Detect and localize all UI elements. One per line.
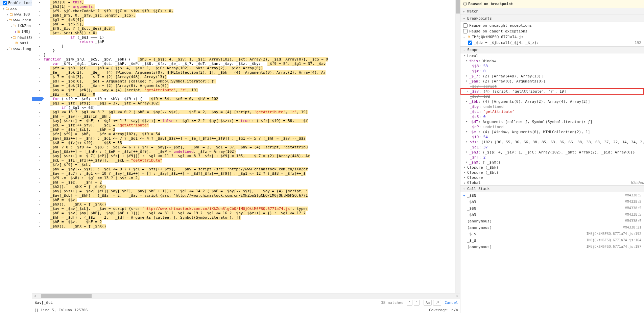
scroll-track[interactable]: [37, 294, 455, 298]
code-line[interactable]: _$_7 = _$bk[3], _$_7 = (2) [Array(448), …: [44, 75, 455, 79]
code-line[interactable]: _$ay[_$$z++] = _$hF) : _$g1 <= 1 ? _$ay[…: [44, 119, 455, 123]
scope-closure-bt[interactable]: ▸ Closure (_$bt): [460, 170, 644, 175]
tree-file-busi[interactable]: 🗎 busi: [0, 40, 32, 46]
code-line[interactable]: _$hF = _$ay[--_$$z]in _$hF,: [44, 114, 455, 119]
callstack-frame[interactable]: _$h3VM4338:5: [460, 199, 644, 205]
scope-variable[interactable]: _$eP: undefined: [460, 124, 644, 129]
code-line[interactable]: _$$z = 0; _$$z = 0: [44, 92, 455, 97]
search-input[interactable]: [34, 300, 378, 306]
breakpoint-entry[interactable]: _$dz = _$jb.call(_$j4, _$_z); 192: [463, 40, 641, 46]
scope-variable[interactable]: _$cL: "getAttribute": [460, 109, 644, 114]
scope-variable[interactable]: ▸this: Window: [460, 58, 644, 64]
code-line[interactable]: if (_$g1 <= 63): [44, 105, 455, 110]
code-line[interactable]: _$av[_$cL] = _$hF) : (_$$z -= 2, _$av = …: [44, 193, 455, 198]
callstack-frame[interactable]: (anonymous)IM0jQktM6FSQ.6771a74.js:197: [460, 244, 644, 250]
breakpoint-file-row[interactable]: ▾ 🗎 IM0jQktM6FSQ.6771a74.js: [463, 34, 641, 40]
code-line[interactable]: _$hF ? 0 : _$f9 += _$$8) : _$g1 <= 6 ? (…: [44, 145, 455, 149]
code-line[interactable]: _$av = _$av[_$cL], _$av = script {src: '…: [44, 207, 455, 211]
breakpoint-checkbox[interactable]: [468, 41, 472, 45]
scope-global[interactable]: ▸ Global Window: [460, 180, 644, 185]
pause-uncaught-row[interactable]: Pause on uncaught exceptions: [463, 23, 641, 28]
scope-closure-bk[interactable]: ▸ Closure (_$bk): [460, 165, 644, 170]
watch-section[interactable]: ▸ Watch: [460, 8, 644, 15]
code-line[interactable]: _$ay[_$$z++] = _$_7[_$eP][_$fz[++_$f9]])…: [44, 154, 455, 158]
code-line[interactable]: _$cL = _$fz[++_$f9], _$cL = "getAttribut…: [44, 123, 455, 127]
code-line[interactable]: _$h3[1] = arguments,: [44, 4, 455, 9]
scope-variable[interactable]: ▸_$bk: (4) [Arguments(0), Array(2), Arra…: [460, 99, 644, 104]
scope-variable[interactable]: ▸_$_7: (2) [Array(448), Array(13)]: [460, 74, 644, 79]
code-line[interactable]: var _$f9, _$g1, _$av, _$cL, _$hF, _$eP, …: [44, 62, 455, 66]
code-line[interactable]: _$hF = _$$z, _$hF = 2: [44, 220, 455, 224]
code-line[interactable]: _$$8 = _$fz[++_$f9], _$$8 = 53: [44, 141, 455, 145]
code-line[interactable]: _$av = _$ay[--_$$z]) : _$g1 <= 9 ? (_$cL…: [44, 167, 455, 171]
tree-folder-newsite[interactable]: ▾ 🗀 newsite: [0, 34, 32, 40]
scrollbar-thumb[interactable]: [41, 294, 91, 298]
scope-variable[interactable]: _$bV: 102: [460, 94, 644, 99]
tree-folder-ixkzon[interactable]: ▾ 🗀 iXkZon: [0, 23, 32, 29]
scope-variable[interactable]: ▸_$hX: ƒ _$hX(): [460, 160, 644, 165]
enable-local-checkbox[interactable]: [3, 1, 7, 5]
code-line[interactable]: _$cL = _$fI[_$fz[++_$f9]], _$cL = "getAt…: [44, 158, 455, 163]
callstack-frame[interactable]: _$$NVM4338:5: [460, 205, 644, 212]
code-line[interactable]: _$fz[_$f9] = _$hF, _$fz = Array(102), _$…: [44, 132, 455, 136]
scope-variable[interactable]: _$$8: 53: [460, 64, 644, 69]
code-line[interactable]: _$h3[0] = this,: [44, 0, 455, 4]
code-line[interactable]: _$ct._$ez(_$h3)) : 0;: [44, 31, 455, 35]
code-line[interactable]: for (_$f9 = _$cS; _$f9 < _$bV; _$f9++) {…: [44, 97, 455, 101]
scope-variable[interactable]: ▸_$dT: Arguments [callee: ƒ, Symbol(Symb…: [460, 119, 644, 124]
tree-folder-www100[interactable]: ▸ 🗀 www.100: [0, 11, 32, 17]
format-icon[interactable]: {}: [34, 308, 39, 312]
code-line[interactable]: }: [44, 53, 455, 57]
tree-folder-wwwchin[interactable]: ▾ 🗀 www.chin: [0, 17, 32, 23]
callstack-frame[interactable]: (anonymous)VM4338:21: [460, 224, 644, 231]
code-line[interactable]: _$av = _$c7) : _$g1 <= 10 ? _$ay[_$$z++]…: [44, 171, 455, 176]
scope-local[interactable]: ▾ Local: [460, 53, 644, 58]
code-line[interactable]: _$g1 <= 15 ? _$g1 <= 3 ? _$g1 <= 0 ? (_$…: [44, 110, 455, 114]
scope-section[interactable]: ▾ Scope: [460, 46, 644, 53]
code-line[interactable]: _$dT = _$bk[0], _$dT = Arguments [callee…: [44, 79, 455, 83]
code-line[interactable]: return _$hF: [44, 40, 455, 44]
code-line[interactable]: _$ay = _$ct._$cN(), _$ay = (4) [script, …: [44, 88, 455, 92]
tree-folder-xxx[interactable]: ▾ 🗀 xxx: [0, 6, 32, 11]
code-line[interactable]: _$ay[_$$z++] = _$hF) : _$g1 <= 7 ? _$g1 …: [44, 136, 455, 141]
code-line[interactable]: _$hF = _$$n[_$cL], _$hF = 2: [44, 127, 455, 132]
search-case-button[interactable]: Aa: [424, 300, 432, 306]
scope-variable[interactable]: ▸_$an: (2) [Array(0), Arguments(0)]: [460, 79, 644, 84]
scope-variable[interactable]: ▸_$fz: (102) [36, 55, 36, 66, 38, 85, 63…: [460, 140, 644, 145]
code-line[interactable]: _$hF = _$av(_$ay[_$hF], _$ay[_$hF + 1]))…: [44, 211, 455, 215]
code-line[interactable]: _$fz = _$h3._$jC, _$h3 = {_$j$: 4, _$iv:…: [44, 66, 455, 70]
code-line[interactable]: }: [44, 44, 455, 48]
code-line[interactable]: _$f9 -= _$$8) : _$g1 <= 13 ? (_$$z -= 2,: [44, 176, 455, 180]
scroll-right-icon[interactable]: ►: [455, 294, 460, 297]
tree-folder-wwwfang[interactable]: ▸ 🗀 www.fang: [0, 46, 32, 52]
breakpoints-section[interactable]: ▾ Breakpoints: [460, 15, 644, 22]
vertical-scrollbar[interactable]: [455, 0, 460, 293]
scope-variable[interactable]: _$g1: 37: [460, 145, 644, 150]
search-cancel-button[interactable]: Cancel: [445, 300, 458, 305]
callstack-frame[interactable]: _$h3VM4338:5: [460, 212, 644, 218]
scope-variable[interactable]: _$by: undefined: [460, 104, 644, 109]
code-line[interactable]: _$fz[_$f9] = _$cL,: [44, 163, 455, 167]
code-line[interactable]: _$hF = _$$z, _$hF = 2: [44, 180, 455, 185]
scope-variable[interactable]: ▸_$e_: (4) [Window, Arguments(0), HTMLCo…: [460, 129, 644, 135]
scope-variable[interactable]: _$hF: 2: [460, 155, 644, 160]
scope-variable[interactable]: _$f9: 54: [460, 135, 644, 140]
code-line[interactable]: _$hX(), _$hX = ƒ _$hX(): [44, 185, 455, 189]
code-line[interactable]: _$hF = _$dT) : (_$$z -= 2, _$dT = Argume…: [44, 215, 455, 220]
code-line[interactable]: if (_$g1 === 1): [44, 35, 455, 40]
tree-file-im0j[interactable]: 🗎 IM0j: [0, 29, 32, 34]
callstack-frame[interactable]: ➔_$$NVM4338:5: [460, 192, 644, 199]
code-line[interactable]: _$ay[_$$z++] = _$av[_$cL](_$ay[_$hF], _$…: [44, 189, 455, 193]
horizontal-scrollbar[interactable]: ◄ ►: [32, 293, 460, 298]
code-content[interactable]: _$h3[0] = this, _$h3[1] = arguments, _$f…: [42, 0, 455, 293]
pause-uncaught-checkbox[interactable]: [463, 23, 468, 28]
code-line[interactable]: _$an = _$bk[1], _$an = (2) [Array(0), Ar…: [44, 83, 455, 88]
scope-variable[interactable]: _$cS: 0: [460, 114, 644, 119]
code-line[interactable]: function _$$N(_$h3, _$cS, _$bV, _$bk) { …: [44, 57, 455, 62]
scrollbar-thumb[interactable]: [456, 0, 460, 14]
search-next-button[interactable]: ˅: [414, 300, 420, 306]
code-line[interactable]: }: [44, 48, 455, 53]
scroll-left-icon[interactable]: ◄: [32, 294, 37, 297]
tree-enable-local[interactable]: Enable Local: [0, 0, 32, 6]
code-line[interactable]: _$f9._$jC.charCodeAt ? _$f9._$jC = _$iw(…: [44, 9, 455, 13]
